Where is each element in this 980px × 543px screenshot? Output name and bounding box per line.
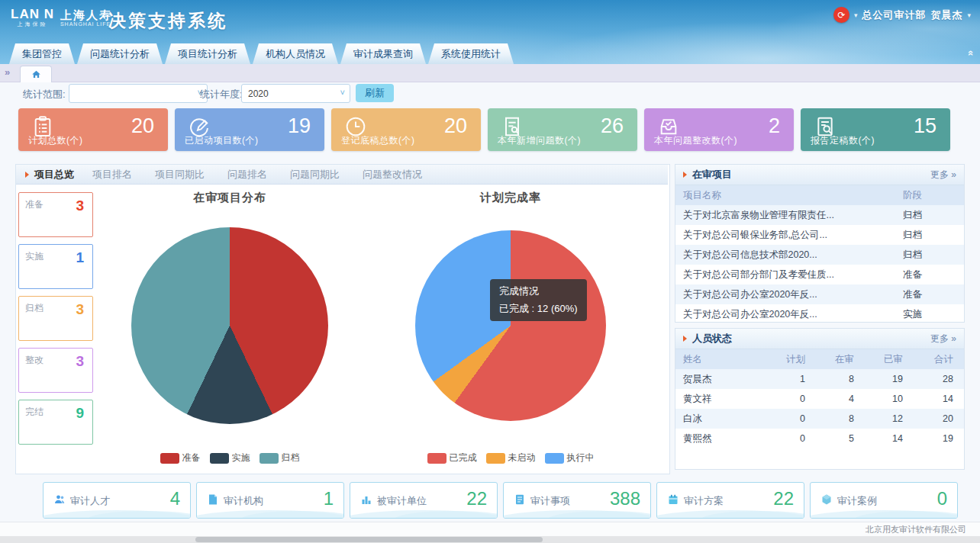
user-name[interactable]: 贺晨杰: [930, 8, 962, 22]
kpi-label: 审计案例: [837, 494, 877, 508]
status-box-complete[interactable]: 完结 9: [18, 400, 93, 445]
table-row[interactable]: 贺晨杰 1 8 19 28: [675, 369, 964, 389]
kpi-label: 审计人才: [70, 494, 110, 508]
tab-group-control[interactable]: 集团管控: [9, 43, 75, 64]
pie-chart-plan-completion[interactable]: [415, 230, 606, 421]
tab-project-statistics[interactable]: 项目统计分析: [165, 43, 250, 64]
status-box-implement[interactable]: 实施 1: [18, 244, 93, 289]
stat-card-worksheets: 20 登记底稿总数(个): [331, 108, 481, 151]
legend-item[interactable]: 实施: [210, 451, 250, 464]
pie-chart-project-distribution[interactable]: [131, 227, 328, 424]
tab-system-usage[interactable]: 系统使用统计: [428, 43, 514, 64]
legend-item[interactable]: 已完成: [427, 451, 477, 464]
panel-marker-icon: [683, 336, 687, 342]
status-label: 实施: [25, 250, 44, 263]
staff-in-audit: 8: [816, 374, 865, 384]
tab-org-personnel[interactable]: 机构人员情况: [253, 43, 338, 64]
kpi-label: 审计方案: [684, 494, 724, 508]
kpi-value: 22: [466, 488, 487, 509]
subtab-project-overview[interactable]: 项目总览: [34, 168, 74, 182]
table-row[interactable]: 白冰 0 8 12 20: [675, 409, 964, 429]
kpi-audit-orgs: 审计机构 1: [196, 482, 344, 519]
tab-audit-results[interactable]: 审计成果查询: [340, 43, 426, 64]
project-stage: 归档: [903, 229, 964, 242]
table-row[interactable]: 关于对总公司办公室2020年反... 实施: [675, 304, 964, 324]
project-name: 关于对北京富泉物业管理有限责任...: [675, 209, 903, 222]
kpi-value: 1: [324, 488, 334, 509]
table-row[interactable]: 关于对总公司银保业务部,总公司... 归档: [675, 225, 964, 245]
staff-audited: 19: [865, 374, 914, 384]
year-select[interactable]: 2020 ˅: [241, 84, 350, 103]
tab-home[interactable]: [20, 66, 52, 82]
bar-chart-icon: [360, 493, 372, 506]
status-box-rectify[interactable]: 整改 3: [18, 348, 93, 393]
subtab-project-yoy[interactable]: 项目同期比: [155, 168, 205, 182]
stat-label: 已启动项目数(个): [185, 134, 259, 147]
org-doc-icon: [207, 493, 219, 506]
staff-in-audit: 8: [816, 413, 865, 424]
staff-name: 黄文祥: [675, 393, 776, 406]
chevron-down-icon[interactable]: ▾: [967, 11, 971, 19]
legend-item[interactable]: 准备: [160, 451, 201, 464]
legend-project-distribution: 准备实施归档: [116, 451, 343, 464]
staff-audited: 12: [865, 413, 914, 424]
refresh-button[interactable]: 刷新: [356, 84, 394, 102]
scope-select[interactable]: ˅: [69, 84, 208, 103]
stat-value: 26: [601, 114, 624, 138]
project-stage: 准备: [903, 268, 964, 281]
project-name: 关于对总公司部分部门及孝爱佳质...: [675, 268, 903, 281]
table-row[interactable]: 关于对总公司办公室2020年反... 准备: [675, 284, 964, 304]
collapse-header-icon[interactable]: «: [965, 50, 977, 56]
horizontal-scrollbar[interactable]: [0, 536, 980, 543]
project-stage: 归档: [903, 209, 964, 222]
kpi-label: 审计事项: [530, 494, 570, 508]
legend-swatch-icon: [545, 453, 564, 464]
staff-audited: 14: [865, 433, 914, 444]
col-project-name: 项目名称: [675, 189, 903, 202]
legend-swatch-icon: [260, 453, 279, 464]
kpi-label: 被审计单位: [377, 494, 427, 508]
year-select-value: 2020: [248, 88, 269, 99]
legend-label: 未启动: [508, 451, 536, 464]
more-link[interactable]: 更多 »: [930, 333, 956, 345]
subtab-issue-rectification[interactable]: 问题整改情况: [363, 168, 422, 182]
page-title: 决策支持系统: [108, 9, 227, 33]
subtab-issue-ranking[interactable]: 问题排名: [227, 168, 267, 182]
legend-label: 准备: [182, 451, 201, 464]
expand-sidebar-icon[interactable]: »: [5, 66, 10, 78]
user-department[interactable]: 总公司审计部: [862, 8, 926, 22]
panel-title: 人员状态: [692, 332, 732, 345]
legend-swatch-icon: [427, 453, 446, 464]
legend-swatch-icon: [160, 453, 179, 464]
stat-value: 2: [769, 114, 780, 138]
chevron-down-icon[interactable]: ▾: [854, 11, 858, 19]
status-box-archive[interactable]: 归档 3: [18, 296, 93, 341]
scrollbar-thumb[interactable]: [195, 537, 543, 542]
table-row[interactable]: 黄熙然 0 5 14 19: [675, 429, 964, 448]
stat-value: 20: [131, 114, 154, 138]
col-audited: 已审: [865, 353, 914, 366]
refresh-status-icon[interactable]: ⟳: [833, 7, 849, 23]
subtab-project-ranking[interactable]: 项目排名: [92, 168, 132, 182]
doc-lines-icon: [514, 493, 526, 506]
status-label: 完结: [25, 406, 44, 419]
table-row[interactable]: 关于对总公司信息技术部2020... 归档: [675, 245, 964, 265]
status-label: 准备: [25, 198, 44, 211]
legend-item[interactable]: 执行中: [545, 451, 595, 464]
table-row[interactable]: 黄文祥 0 4 10 14: [675, 389, 964, 409]
kpi-audit-plans: 审计方案 22: [656, 482, 804, 519]
scope-filter-label: 统计范围:: [23, 88, 66, 101]
table-row[interactable]: 关于对北京富泉物业管理有限责任... 归档: [675, 205, 964, 225]
table-row[interactable]: 关于对总公司部分部门及孝爱佳质... 准备: [675, 265, 964, 284]
staff-plan: 0: [776, 394, 816, 404]
legend-item[interactable]: 归档: [260, 451, 300, 464]
kpi-audit-talent: 审计人才 4: [43, 482, 191, 519]
year-filter-label: 统计年度:: [200, 88, 243, 101]
legend-item[interactable]: 未启动: [486, 451, 536, 464]
status-box-prepare[interactable]: 准备 3: [18, 192, 93, 237]
more-link[interactable]: 更多 »: [930, 169, 956, 182]
tab-issue-statistics[interactable]: 问题统计分析: [77, 43, 163, 64]
project-name: 关于对总公司办公室2020年反...: [675, 288, 903, 301]
legend-plan-completion: 已完成未启动执行中: [400, 451, 621, 464]
subtab-issue-yoy[interactable]: 问题同期比: [290, 168, 340, 182]
